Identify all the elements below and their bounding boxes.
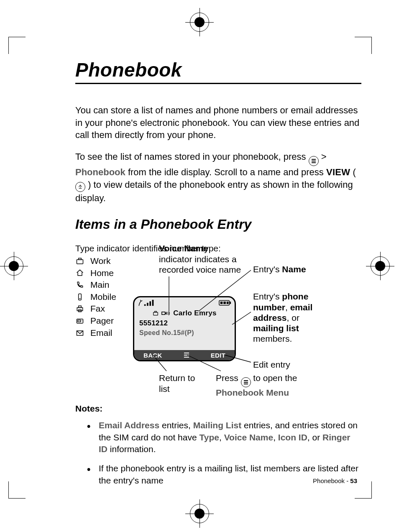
edit-entry-callout: Edit entry [253, 359, 290, 370]
voice-icon [161, 310, 171, 316]
battery-icon [219, 299, 231, 308]
text: entries, [159, 420, 193, 430]
svg-rect-1 [79, 258, 82, 259]
mobile-icon [75, 293, 84, 301]
label: Work [90, 256, 111, 266]
text: information. [107, 444, 156, 454]
signal-icon [138, 299, 157, 308]
term: Email Address [99, 420, 159, 430]
email-icon [75, 329, 84, 337]
text: indicator indicates a recorded voice nam… [159, 254, 241, 274]
section-heading: Items in a Phonebook Entry [75, 217, 361, 232]
text: Press [216, 373, 241, 383]
registration-mark-icon [4, 256, 23, 276]
svg-rect-20 [153, 312, 158, 315]
manual-page: Phonebook You can store a list of names … [0, 0, 399, 532]
menu-key-icon [309, 156, 319, 166]
svg-point-9 [82, 320, 82, 321]
term: Type [199, 432, 219, 442]
text: , or [307, 432, 322, 442]
svg-rect-13 [149, 302, 151, 306]
label: Mobile [90, 292, 116, 302]
label: Pager [90, 315, 114, 326]
svg-rect-21 [155, 312, 157, 312]
softkey-icon [75, 182, 85, 192]
svg-rect-2 [79, 294, 82, 300]
label: Name [282, 264, 306, 274]
svg-rect-22 [162, 312, 165, 315]
menu-key-icon [241, 377, 251, 387]
notes-list: Email Address entries, Mailing List entr… [87, 419, 361, 486]
label: Home [90, 268, 114, 279]
title-rule [75, 83, 361, 84]
page-number: 53 [350, 477, 357, 484]
menu-path: Phonebook [75, 167, 125, 177]
svg-rect-5 [79, 306, 82, 308]
footer-label: Phonebook - [313, 477, 350, 484]
svg-rect-17 [220, 302, 223, 304]
edit-softkey: EDIT [211, 352, 225, 359]
text: ) [88, 179, 91, 190]
entry-name: Carlo Emrys [173, 309, 216, 317]
back-softkey: BACK [143, 352, 162, 359]
registration-mark-icon [190, 504, 209, 523]
svg-rect-4 [77, 308, 82, 311]
text: ( [353, 167, 356, 177]
term: Icon ID [278, 432, 307, 442]
voice-name-callout: Voice Name indicator indicates a recorde… [159, 243, 243, 275]
softkey-bar: BACK EDIT [134, 350, 235, 360]
phonebook-entry-figure: Type indicator identifies number type: W… [75, 243, 361, 402]
phone-display: Carlo Emrys 5551212 Speed No.15#(P) BACK… [133, 296, 236, 361]
crop-mark-icon [8, 481, 26, 499]
text: , [219, 432, 224, 442]
entry-number: 5551212 [134, 317, 235, 327]
svg-rect-8 [78, 320, 81, 322]
svg-rect-0 [77, 260, 83, 264]
svg-rect-19 [227, 302, 229, 304]
entry-name-row: Carlo Emrys [134, 309, 235, 317]
menu-softkey-icon [184, 353, 189, 358]
label: Main [90, 279, 110, 290]
registration-mark-icon [371, 256, 390, 276]
label: Email [90, 327, 113, 338]
label: Type [75, 243, 95, 253]
speed-dial: Speed No.15#(P) [134, 327, 235, 337]
label: Fax [90, 303, 105, 314]
svg-rect-12 [147, 303, 148, 306]
label: mailing list [253, 323, 299, 333]
term: Mailing List [193, 420, 242, 430]
crop-mark-icon [355, 37, 372, 54]
entry-name-callout: Entry's Name [253, 264, 306, 274]
softkey-label: VIEW [326, 167, 350, 177]
text: > [321, 151, 327, 162]
svg-rect-18 [223, 302, 226, 304]
work-icon [75, 257, 84, 265]
text: , [285, 302, 290, 312]
note-item: Email Address entries, Mailing List entr… [87, 419, 361, 455]
home-icon [75, 269, 84, 277]
text: Entry's [253, 292, 282, 301]
term: Voice Name [224, 432, 274, 442]
work-icon [152, 310, 159, 316]
fax-icon [75, 304, 84, 313]
return-callout: Return to list [159, 373, 205, 394]
label: Voice Name [159, 243, 208, 253]
text: To see the list of names stored in your … [75, 151, 309, 162]
text: to view details of the phonebook entry a… [75, 179, 353, 203]
svg-rect-11 [144, 304, 146, 306]
howto-paragraph: To see the list of names stored in your … [75, 151, 361, 204]
entry-value-callout: Entry's phone number, email address, or … [253, 291, 324, 344]
text: members. [253, 334, 292, 343]
registration-mark-icon [190, 13, 209, 32]
crop-mark-icon [8, 37, 26, 54]
notes-heading: Notes: [75, 404, 361, 414]
page-title: Phonebook [75, 59, 361, 81]
phone-icon [75, 281, 84, 289]
text: from the idle display. Scroll to a name … [128, 167, 326, 177]
text: , [273, 432, 278, 442]
page-footer: Phonebook - 53 [313, 477, 357, 484]
svg-rect-16 [230, 302, 231, 304]
text: Entry's [253, 264, 282, 274]
pager-icon [75, 317, 84, 325]
svg-rect-14 [152, 300, 154, 306]
